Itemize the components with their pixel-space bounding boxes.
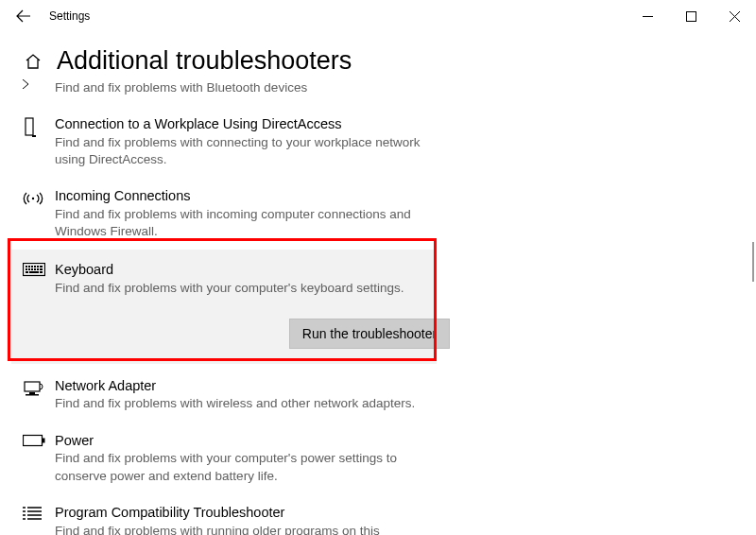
svg-rect-22 xyxy=(26,394,39,396)
list-item[interactable]: Connection to a Workplace Using DirectAc… xyxy=(23,106,733,178)
item-desc: Find and fix problems with Bluetooth dev… xyxy=(55,79,433,96)
list-item[interactable]: Power Find and fix problems with your co… xyxy=(23,423,733,494)
svg-rect-2 xyxy=(32,135,36,137)
item-desc: Find and fix problems with incoming comp… xyxy=(55,206,433,240)
item-desc: Find and fix problems with connecting to… xyxy=(55,134,433,168)
svg-rect-19 xyxy=(40,271,43,273)
page-title: Additional troubleshooters xyxy=(57,47,352,76)
svg-rect-7 xyxy=(31,266,33,268)
svg-rect-9 xyxy=(37,266,39,268)
svg-rect-1 xyxy=(26,118,33,135)
svg-rect-21 xyxy=(29,392,35,394)
close-icon xyxy=(730,11,740,22)
back-button[interactable] xyxy=(9,2,38,30)
svg-rect-17 xyxy=(26,271,28,273)
svg-rect-23 xyxy=(24,435,43,445)
list-item[interactable]: Program Compatibility Troubleshooter Fin… xyxy=(23,494,733,535)
svg-point-3 xyxy=(32,198,34,199)
svg-rect-8 xyxy=(34,266,36,268)
svg-rect-11 xyxy=(26,268,27,270)
minimize-button[interactable] xyxy=(626,2,669,30)
svg-rect-24 xyxy=(43,438,45,442)
bluetooth-icon xyxy=(23,79,55,96)
list-item[interactable]: Incoming Connections Find and fix proble… xyxy=(23,178,733,250)
item-title: Power xyxy=(55,432,433,450)
titlebar: Settings xyxy=(0,0,756,32)
svg-rect-14 xyxy=(34,268,36,270)
maximize-button[interactable] xyxy=(669,2,713,30)
signal-icon xyxy=(23,187,55,240)
network-adapter-icon xyxy=(23,377,55,413)
item-desc: Find and fix problems with your computer… xyxy=(55,450,433,484)
window-title: Settings xyxy=(49,9,90,23)
list-item[interactable]: Find and fix problems with Bluetooth dev… xyxy=(23,79,733,106)
home-icon-svg xyxy=(24,52,43,71)
close-button[interactable] xyxy=(713,2,756,30)
list-icon xyxy=(23,504,55,535)
item-title: Program Compatibility Troubleshooter xyxy=(55,504,433,522)
svg-rect-20 xyxy=(25,382,40,391)
svg-rect-12 xyxy=(28,268,30,270)
svg-rect-18 xyxy=(29,271,39,273)
item-title: Network Adapter xyxy=(55,377,433,395)
item-desc: Find and fix problems with running older… xyxy=(55,523,433,535)
maximize-icon xyxy=(686,11,696,22)
run-troubleshooter-button[interactable]: Run the troubleshooter xyxy=(289,319,450,349)
svg-rect-0 xyxy=(686,11,696,21)
page-header: Additional troubleshooters xyxy=(23,47,733,76)
item-title: Connection to a Workplace Using DirectAc… xyxy=(55,115,433,133)
item-desc: Find and fix problems with your computer… xyxy=(55,280,433,297)
scrollbar-thumb[interactable] xyxy=(752,242,754,282)
svg-rect-16 xyxy=(40,268,43,270)
computer-icon xyxy=(23,115,55,168)
list-item-selected[interactable]: Keyboard Find and fix problems with your… xyxy=(11,250,437,363)
troubleshooter-list: Find and fix problems with Bluetooth dev… xyxy=(23,79,733,535)
item-desc: Find and fix problems with wireless and … xyxy=(55,395,433,412)
svg-rect-5 xyxy=(26,266,27,268)
content-area: Additional troubleshooters Find and fix … xyxy=(0,32,756,535)
svg-rect-13 xyxy=(31,268,33,270)
home-icon[interactable] xyxy=(23,52,43,71)
list-item[interactable]: Network Adapter Find and fix problems wi… xyxy=(23,364,733,423)
titlebar-left: Settings xyxy=(9,2,90,30)
item-title: Incoming Connections xyxy=(55,187,433,205)
window-controls xyxy=(626,2,756,30)
minimize-icon xyxy=(643,11,653,22)
keyboard-icon xyxy=(23,261,55,348)
svg-rect-15 xyxy=(37,268,39,270)
svg-rect-10 xyxy=(40,266,43,268)
item-title: Keyboard xyxy=(55,261,433,279)
svg-rect-6 xyxy=(28,266,30,268)
battery-icon xyxy=(23,432,55,485)
back-arrow-icon xyxy=(16,9,31,24)
